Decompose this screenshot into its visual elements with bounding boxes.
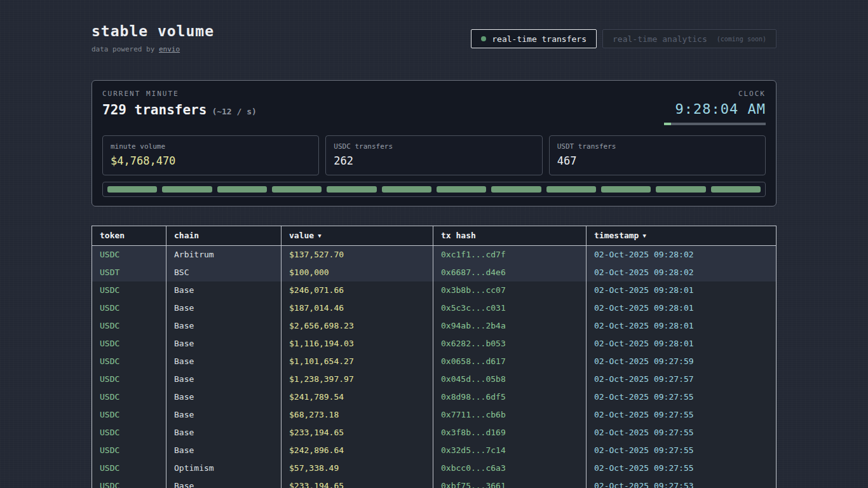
cell-chain: Base	[166, 424, 281, 442]
table-row: USDCBase$1,101,654.270x0658...d61702-Oct…	[92, 353, 776, 370]
transfer-count-value: 729 transfers	[102, 102, 207, 118]
page-title: stable volume	[92, 23, 214, 39]
cell-chain: Base	[166, 406, 281, 424]
cell-value: $1,101,654.27	[281, 353, 433, 370]
cell-tx-hash[interactable]: 0x6282...b053	[433, 335, 587, 353]
table-row: USDCBase$233,194.650x3f8b...d16902-Oct-2…	[92, 424, 776, 442]
cell-token: USDC	[92, 281, 166, 299]
cell-timestamp: 02-Oct-2025 09:27:55	[587, 442, 776, 459]
cell-value: $137,527.70	[281, 246, 433, 264]
stat-value: 262	[334, 154, 534, 167]
cell-tx-hash[interactable]: 0x5c3c...c031	[433, 299, 587, 317]
cell-chain: BSC	[166, 264, 281, 281]
cell-value: $2,656,698.23	[281, 317, 433, 335]
tab-analytics-label: real-time analytics	[613, 34, 707, 44]
stat-usdt-transfers: USDT transfers 467	[549, 135, 766, 175]
cell-timestamp: 02-Oct-2025 09:28:02	[587, 246, 776, 264]
cell-timestamp: 02-Oct-2025 09:28:01	[587, 299, 776, 317]
transfer-rate: (~12 / s)	[212, 107, 256, 116]
table-row: USDCOptimism$57,338.490xbcc0...c6a302-Oc…	[92, 459, 776, 477]
cell-tx-hash[interactable]: 0x7711...cb6b	[433, 406, 587, 424]
panel-top: CURRENT MINUTE 729 transfers(~12 / s) CL…	[102, 90, 766, 125]
cell-token: USDC	[92, 459, 166, 477]
cell-value: $68,273.18	[281, 406, 433, 424]
table-row: USDCArbitrum$137,527.700xc1f1...cd7f02-O…	[92, 246, 776, 264]
cell-token: USDT	[92, 264, 166, 281]
cell-value: $100,000	[281, 264, 433, 281]
title-block: stable volume data powered by envio	[92, 23, 214, 53]
clock-time: 9:28:04 AM	[664, 101, 766, 117]
table-row: USDCBase$233,194.650xbf75...366102-Oct-2…	[92, 477, 776, 488]
table-row: USDTBSC$100,0000x6687...d4e602-Oct-2025 …	[92, 264, 776, 281]
col-header-value[interactable]: value▼	[281, 226, 433, 245]
clock-label: CLOCK	[664, 90, 766, 98]
cell-chain: Base	[166, 388, 281, 406]
table-row: USDCBase$241,789.540x8d98...6df502-Oct-2…	[92, 388, 776, 406]
cell-token: USDC	[92, 335, 166, 353]
cell-token: USDC	[92, 424, 166, 442]
stat-value: 467	[557, 154, 757, 167]
clock-progress-fill	[664, 123, 671, 125]
cell-tx-hash[interactable]: 0xbf75...3661	[433, 477, 587, 488]
cell-chain: Base	[166, 317, 281, 335]
transfer-count: 729 transfers(~12 / s)	[102, 102, 257, 118]
cell-value: $1,238,397.97	[281, 370, 433, 388]
cell-value: $241,789.54	[281, 388, 433, 406]
minute-segment	[546, 186, 596, 193]
table-row: USDCBase$246,071.660x3b8b...cc0702-Oct-2…	[92, 281, 776, 299]
minute-segment	[437, 186, 486, 193]
cell-timestamp: 02-Oct-2025 09:27:55	[587, 388, 776, 406]
cell-chain: Base	[166, 477, 281, 488]
cell-tx-hash[interactable]: 0x3f8b...d169	[433, 424, 587, 442]
sort-desc-icon: ▼	[642, 233, 646, 239]
col-header-chain: chain	[166, 226, 281, 245]
cell-timestamp: 02-Oct-2025 09:27:55	[587, 459, 776, 477]
minute-summary: CURRENT MINUTE 729 transfers(~12 / s)	[102, 90, 257, 125]
cell-chain: Base	[166, 442, 281, 459]
header: stable volume data powered by envio real…	[92, 23, 776, 53]
table-row: USDCBase$242,896.640x32d5...7c1402-Oct-2…	[92, 442, 776, 459]
tab-transfers-label: real-time transfers	[492, 34, 587, 44]
cell-timestamp: 02-Oct-2025 09:27:57	[587, 370, 776, 388]
minute-segment	[162, 186, 212, 193]
cell-timestamp: 02-Oct-2025 09:27:55	[587, 406, 776, 424]
cell-tx-hash[interactable]: 0x6687...d4e6	[433, 264, 587, 281]
cell-token: USDC	[92, 370, 166, 388]
cell-timestamp: 02-Oct-2025 09:28:01	[587, 335, 776, 353]
stat-label: USDT transfers	[557, 142, 757, 151]
cell-tx-hash[interactable]: 0xbcc0...c6a3	[433, 459, 587, 477]
cell-tx-hash[interactable]: 0x0658...d617	[433, 353, 587, 370]
cell-tx-hash[interactable]: 0x32d5...7c14	[433, 442, 587, 459]
cell-value: $1,116,194.03	[281, 335, 433, 353]
table-row: USDCBase$187,014.460x5c3c...c03102-Oct-2…	[92, 299, 776, 317]
tab-real-time-analytics[interactable]: real-time analytics (coming soon)	[602, 29, 776, 48]
minute-segments	[102, 182, 766, 197]
stat-label: minute volume	[111, 142, 311, 151]
cell-value: $187,014.46	[281, 299, 433, 317]
cell-tx-hash[interactable]: 0x8d98...6df5	[433, 388, 587, 406]
cell-tx-hash[interactable]: 0x3b8b...cc07	[433, 281, 587, 299]
cell-token: USDC	[92, 388, 166, 406]
col-header-timestamp[interactable]: timestamp▼	[587, 226, 776, 245]
minute-segment	[327, 186, 376, 193]
cell-tx-hash[interactable]: 0x94ab...2b4a	[433, 317, 587, 335]
transfers-table: token chain value▼ tx hash timestamp▼ US…	[92, 226, 776, 488]
cell-timestamp: 02-Oct-2025 09:28:01	[587, 281, 776, 299]
minute-segment	[711, 186, 761, 193]
cell-timestamp: 02-Oct-2025 09:27:53	[587, 477, 776, 488]
minute-segment	[272, 186, 322, 193]
envio-link[interactable]: envio	[159, 45, 180, 53]
cell-token: USDC	[92, 477, 166, 488]
table-row: USDCBase$1,238,397.970x045d...05b802-Oct…	[92, 370, 776, 388]
cell-tx-hash[interactable]: 0x045d...05b8	[433, 370, 587, 388]
cell-timestamp: 02-Oct-2025 09:27:55	[587, 424, 776, 442]
minute-segment	[217, 186, 267, 193]
page-container: stable volume data powered by envio real…	[92, 0, 776, 488]
current-minute-panel: CURRENT MINUTE 729 transfers(~12 / s) CL…	[92, 80, 776, 207]
subtitle-text: data powered by	[92, 45, 159, 53]
table-header: token chain value▼ tx hash timestamp▼	[92, 226, 776, 246]
minute-segment	[107, 186, 157, 193]
stats-row: minute volume $4,768,470 USDC transfers …	[102, 135, 766, 175]
cell-tx-hash[interactable]: 0xc1f1...cd7f	[433, 246, 587, 264]
tab-real-time-transfers[interactable]: real-time transfers	[471, 29, 597, 48]
